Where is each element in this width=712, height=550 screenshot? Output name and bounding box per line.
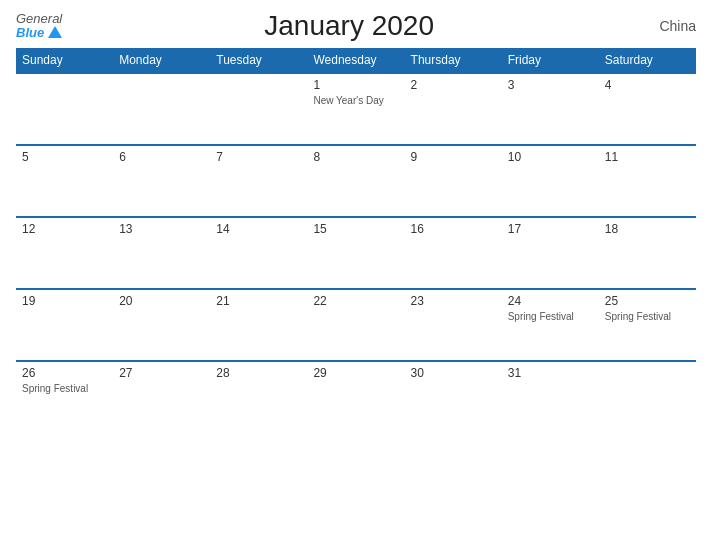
country-label: China bbox=[636, 18, 696, 34]
day-number: 2 bbox=[411, 78, 496, 92]
table-row: 1New Year's Day bbox=[307, 73, 404, 145]
day-number: 28 bbox=[216, 366, 301, 380]
day-number: 22 bbox=[313, 294, 398, 308]
calendar-header-row: Sunday Monday Tuesday Wednesday Thursday… bbox=[16, 48, 696, 73]
table-row: 19 bbox=[16, 289, 113, 361]
table-row: 18 bbox=[599, 217, 696, 289]
logo-blue-text: Blue bbox=[16, 26, 44, 40]
day-number: 17 bbox=[508, 222, 593, 236]
day-number: 20 bbox=[119, 294, 204, 308]
table-row: 17 bbox=[502, 217, 599, 289]
calendar-week-row: 26Spring Festival2728293031 bbox=[16, 361, 696, 433]
event-label: Spring Festival bbox=[605, 310, 690, 323]
table-row: 26Spring Festival bbox=[16, 361, 113, 433]
logo-general-text: General bbox=[16, 12, 62, 26]
table-row: 29 bbox=[307, 361, 404, 433]
col-monday: Monday bbox=[113, 48, 210, 73]
table-row bbox=[210, 73, 307, 145]
day-number: 25 bbox=[605, 294, 690, 308]
table-row: 30 bbox=[405, 361, 502, 433]
table-row: 27 bbox=[113, 361, 210, 433]
day-number: 11 bbox=[605, 150, 690, 164]
day-number: 1 bbox=[313, 78, 398, 92]
table-row: 5 bbox=[16, 145, 113, 217]
table-row: 10 bbox=[502, 145, 599, 217]
table-row: 21 bbox=[210, 289, 307, 361]
day-number: 13 bbox=[119, 222, 204, 236]
table-row: 25Spring Festival bbox=[599, 289, 696, 361]
col-saturday: Saturday bbox=[599, 48, 696, 73]
day-number: 15 bbox=[313, 222, 398, 236]
table-row: 13 bbox=[113, 217, 210, 289]
day-number: 26 bbox=[22, 366, 107, 380]
table-row bbox=[599, 361, 696, 433]
calendar-page: General Blue January 2020 China Sunday M… bbox=[0, 0, 712, 550]
table-row: 24Spring Festival bbox=[502, 289, 599, 361]
day-number: 27 bbox=[119, 366, 204, 380]
col-tuesday: Tuesday bbox=[210, 48, 307, 73]
table-row: 16 bbox=[405, 217, 502, 289]
event-label: Spring Festival bbox=[22, 382, 107, 395]
header: General Blue January 2020 China bbox=[16, 10, 696, 42]
table-row: 20 bbox=[113, 289, 210, 361]
day-number: 30 bbox=[411, 366, 496, 380]
day-number: 23 bbox=[411, 294, 496, 308]
day-number: 18 bbox=[605, 222, 690, 236]
day-number: 16 bbox=[411, 222, 496, 236]
table-row: 9 bbox=[405, 145, 502, 217]
day-number: 6 bbox=[119, 150, 204, 164]
table-row: 15 bbox=[307, 217, 404, 289]
table-row: 31 bbox=[502, 361, 599, 433]
day-number: 5 bbox=[22, 150, 107, 164]
calendar-week-row: 12131415161718 bbox=[16, 217, 696, 289]
table-row: 14 bbox=[210, 217, 307, 289]
day-number: 8 bbox=[313, 150, 398, 164]
calendar-week-row: 192021222324Spring Festival25Spring Fest… bbox=[16, 289, 696, 361]
col-thursday: Thursday bbox=[405, 48, 502, 73]
day-number: 9 bbox=[411, 150, 496, 164]
table-row: 7 bbox=[210, 145, 307, 217]
calendar-title: January 2020 bbox=[62, 10, 636, 42]
table-row: 4 bbox=[599, 73, 696, 145]
col-friday: Friday bbox=[502, 48, 599, 73]
day-number: 7 bbox=[216, 150, 301, 164]
day-number: 31 bbox=[508, 366, 593, 380]
calendar-table: Sunday Monday Tuesday Wednesday Thursday… bbox=[16, 48, 696, 433]
table-row bbox=[113, 73, 210, 145]
table-row: 28 bbox=[210, 361, 307, 433]
calendar-week-row: 1New Year's Day234 bbox=[16, 73, 696, 145]
day-number: 24 bbox=[508, 294, 593, 308]
day-number: 12 bbox=[22, 222, 107, 236]
day-number: 29 bbox=[313, 366, 398, 380]
day-number: 19 bbox=[22, 294, 107, 308]
table-row: 11 bbox=[599, 145, 696, 217]
event-label: Spring Festival bbox=[508, 310, 593, 323]
col-sunday: Sunday bbox=[16, 48, 113, 73]
day-number: 4 bbox=[605, 78, 690, 92]
table-row: 6 bbox=[113, 145, 210, 217]
table-row: 8 bbox=[307, 145, 404, 217]
table-row: 12 bbox=[16, 217, 113, 289]
day-number: 21 bbox=[216, 294, 301, 308]
table-row: 23 bbox=[405, 289, 502, 361]
logo-triangle-icon bbox=[48, 26, 62, 38]
table-row: 2 bbox=[405, 73, 502, 145]
table-row bbox=[16, 73, 113, 145]
day-number: 14 bbox=[216, 222, 301, 236]
day-number: 10 bbox=[508, 150, 593, 164]
day-number: 3 bbox=[508, 78, 593, 92]
logo: General Blue bbox=[16, 12, 62, 41]
event-label: New Year's Day bbox=[313, 94, 398, 107]
table-row: 22 bbox=[307, 289, 404, 361]
table-row: 3 bbox=[502, 73, 599, 145]
calendar-week-row: 567891011 bbox=[16, 145, 696, 217]
col-wednesday: Wednesday bbox=[307, 48, 404, 73]
